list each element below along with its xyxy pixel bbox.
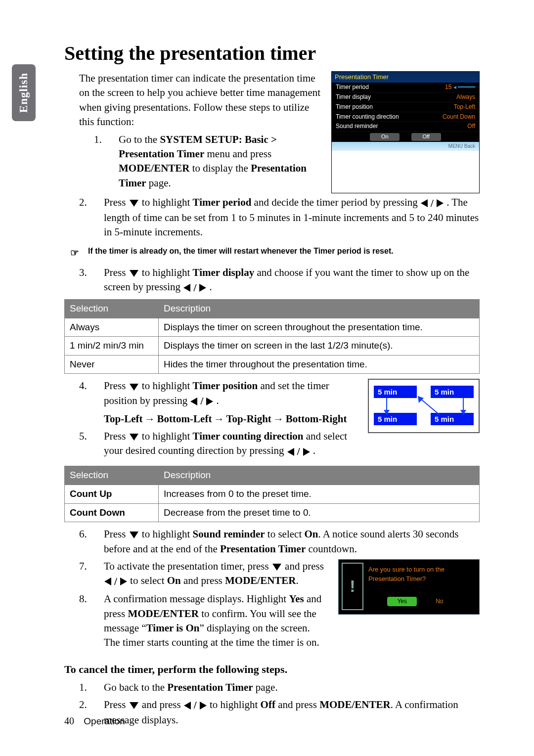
step-number: 3. <box>79 266 97 295</box>
svg-marker-5 <box>460 410 466 415</box>
confirm-line1: Are you sure to turn on the <box>368 565 473 575</box>
step-number: 8. <box>79 592 97 650</box>
table-header: Selection <box>65 300 159 318</box>
down-arrow-icon <box>130 270 138 277</box>
left-right-arrow-icon: / <box>104 575 128 589</box>
cancel-step-1: Go back to the Presentation Timer page. <box>104 680 480 695</box>
left-right-arrow-icon: / <box>183 281 207 295</box>
left-right-arrow-icon: / <box>190 394 214 408</box>
down-arrow-icon <box>272 564 281 571</box>
down-arrow-icon <box>130 702 138 709</box>
timer-position-diagram: 5 min 5 min 5 min 5 min <box>368 379 480 433</box>
right-arrow-icon: → <box>214 412 224 426</box>
confirm-no-button: No <box>425 597 454 606</box>
down-arrow-icon <box>130 434 138 441</box>
osd-row-sound-reminder: Sound reminderOff <box>332 122 479 132</box>
step-5: Press to highlight Timer counting direct… <box>104 429 357 459</box>
step-4: Press to highlight Timer position and se… <box>104 379 357 426</box>
table-header: Selection <box>65 466 159 485</box>
table-row: AlwaysDisplays the timer on screen throu… <box>65 318 480 337</box>
osd-footer: MENU Back <box>332 142 479 151</box>
osd-title: Presentation Timer <box>332 72 479 83</box>
table-row: NeverHides the timer throughout the pres… <box>65 355 480 374</box>
step-number: 2. <box>79 195 97 240</box>
step-8: A confirmation message displays. Highlig… <box>104 592 327 650</box>
step-number: 1. <box>79 680 97 695</box>
table-row: Count UpIncreases from 0 to the preset t… <box>65 485 480 503</box>
down-arrow-icon <box>130 200 138 207</box>
svg-line-2 <box>421 399 440 415</box>
page-footer: 40 Operation <box>64 714 125 728</box>
hand-pointing-icon: ☞ <box>70 246 84 260</box>
page-number: 40 <box>64 715 74 726</box>
counting-direction-table: SelectionDescription Count UpIncreases f… <box>64 466 480 522</box>
osd-on-button: On <box>370 133 400 140</box>
step-3: Press to highlight Timer display and cho… <box>104 266 480 295</box>
confirm-line2: Presentation Timer? <box>368 574 473 584</box>
step-number: 5. <box>79 429 97 459</box>
table-row: 1 min/2 min/3 minDisplays the timer on s… <box>65 337 480 356</box>
osd-row-counting-direction: Timer counting directionCount Down <box>332 112 479 122</box>
step-6: Press to highlight Sound reminder to sel… <box>104 527 480 556</box>
cancel-heading: To cancel the timer, perform the followi… <box>64 662 480 677</box>
language-tab-label: English <box>16 73 32 113</box>
right-arrow-icon: → <box>273 412 284 426</box>
note-callout: ☞ If the timer is already on, the timer … <box>70 243 480 263</box>
confirm-yes-button: Yes <box>387 597 417 606</box>
language-tab: English <box>12 64 36 121</box>
section-name: Operation <box>84 716 125 726</box>
step-number: 4. <box>79 379 97 426</box>
svg-marker-1 <box>384 410 390 415</box>
down-arrow-icon <box>130 384 138 391</box>
left-right-arrow-icon: / <box>420 196 444 211</box>
down-arrow-icon <box>130 532 138 538</box>
svg-marker-3 <box>418 396 424 403</box>
osd-preview-panel: Presentation Timer Timer period15 ◂ ━━━━… <box>331 71 480 193</box>
step-7: To activate the presentation timer, pres… <box>104 559 327 589</box>
step-number: 7. <box>79 559 97 589</box>
table-header: Description <box>159 466 480 485</box>
osd-row-timer-period: Timer period15 ◂ ━━━━━ <box>332 83 479 92</box>
intro-paragraph: The presentation timer can indicate the … <box>79 71 321 130</box>
step-number: 6. <box>79 527 97 556</box>
timer-display-table: SelectionDescription AlwaysDisplays the … <box>64 299 480 374</box>
right-arrow-icon: → <box>145 412 155 426</box>
table-row: Count DownDecrease from the preset time … <box>65 503 480 522</box>
confirmation-dialog-preview: ! Are you sure to turn on the Presentati… <box>338 559 480 615</box>
warning-icon: ! <box>342 563 363 610</box>
step-2: Press to highlight Timer period and deci… <box>104 195 480 240</box>
cancel-step-2: Press and press / to highlight Off and p… <box>104 698 480 727</box>
osd-row-timer-display: Timer displayAlways <box>332 92 479 102</box>
pos-chip-top-left: 5 min <box>374 386 417 398</box>
osd-off-button: Off <box>411 133 441 140</box>
step-number: 1. <box>94 133 112 191</box>
page-title: Setting the presentation timer <box>64 40 480 67</box>
left-right-arrow-icon: / <box>183 698 207 712</box>
left-right-arrow-icon: / <box>287 445 311 459</box>
table-header: Description <box>159 300 480 318</box>
osd-row-timer-position: Timer positionTop-Left <box>332 102 479 112</box>
step-1: Go to the SYSTEM SETUP: Basic > Presenta… <box>119 133 321 191</box>
